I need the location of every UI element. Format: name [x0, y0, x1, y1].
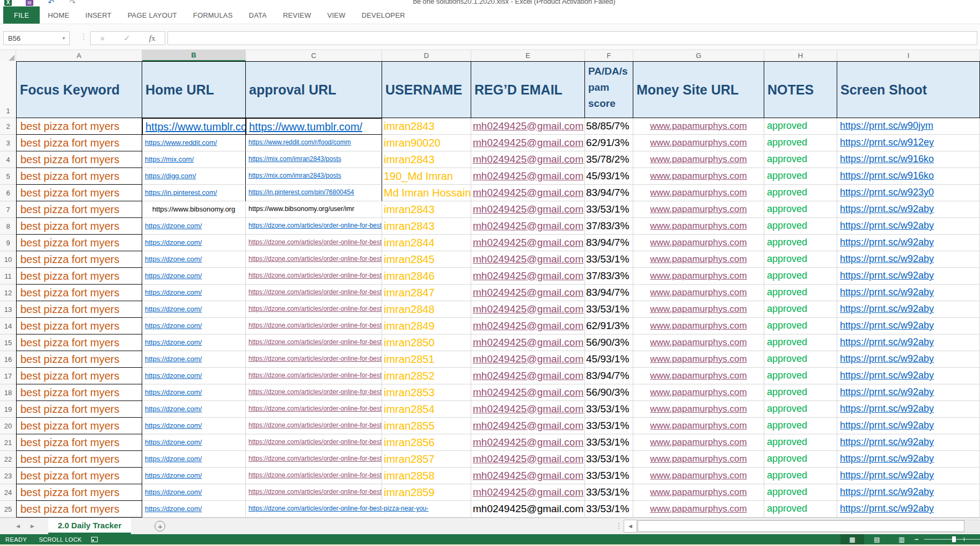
view-normal-button[interactable]: ▦ — [840, 534, 864, 544]
cell-A20[interactable]: best pizza fort myers — [16, 418, 142, 434]
cell-I18[interactable]: https://prnt.sc/w92aby — [837, 384, 980, 401]
cell-C15[interactable]: https://dzone.com/articles/order-online-… — [246, 334, 382, 351]
cell-F12[interactable]: 83/94/7% — [585, 285, 633, 301]
cell-F22[interactable]: 33/53/1% — [585, 451, 633, 468]
cell-A1[interactable]: Focus Keyword — [16, 61, 142, 118]
cancel-icon[interactable]: × — [100, 34, 105, 43]
cell-B10[interactable]: https://dzone.com/ — [142, 251, 246, 268]
cell-G17[interactable]: www.papamurphys.com — [633, 368, 764, 384]
cell-H12[interactable]: approved — [764, 285, 837, 301]
cell-F25[interactable]: 33/53/1% — [585, 501, 633, 518]
cell-D1[interactable]: USERNAME — [382, 61, 471, 118]
cell-I9[interactable]: https://prnt.sc/w92aby — [837, 235, 980, 251]
cell-F19[interactable]: 33/53/1% — [585, 401, 633, 418]
cell-D14[interactable]: imran2849 — [382, 318, 471, 334]
cell-I21[interactable]: https://prnt.sc/w92aby — [837, 434, 980, 451]
cell-F13[interactable]: 33/53/1% — [585, 301, 633, 318]
cell-D12[interactable]: imran2847 — [382, 285, 471, 301]
row-header-15[interactable]: 15 — [0, 334, 16, 351]
cell-H2[interactable]: approved — [764, 118, 837, 135]
cell-G18[interactable]: www.papamurphys.com — [633, 384, 764, 401]
cell-D6[interactable]: Md Imran Hossain — [382, 185, 471, 201]
cell-C19[interactable]: https://dzone.com/articles/order-online-… — [246, 401, 382, 418]
cell-D10[interactable]: imran2845 — [382, 251, 471, 268]
cell-B22[interactable]: https://dzone.com/ — [142, 451, 246, 468]
cell-D3[interactable]: imran90020 — [382, 135, 471, 151]
row-header-12[interactable]: 12 — [0, 285, 16, 301]
row-header-10[interactable]: 10 — [0, 251, 16, 268]
row-header-7[interactable]: 7 — [0, 201, 16, 218]
cell-E5[interactable]: mh0249425@gmail.com — [471, 168, 585, 185]
cell-D4[interactable]: imran2843 — [382, 151, 471, 168]
cell-I22[interactable]: https://prnt.sc/w92aby — [837, 451, 980, 468]
cell-C20[interactable]: https://dzone.com/articles/order-online-… — [246, 418, 382, 434]
formula-input[interactable] — [167, 31, 977, 45]
cell-H24[interactable]: approved — [764, 484, 837, 501]
cell-F18[interactable]: 56/90/3% — [585, 384, 633, 401]
cell-I14[interactable]: https://prnt.sc/w92aby — [837, 318, 980, 334]
cell-G7[interactable]: www.papamurphys.com — [633, 201, 764, 218]
cell-E15[interactable]: mh0249425@gmail.com — [471, 334, 585, 351]
sheet-tab-daily-tracker[interactable]: 2.0 Daily Tracker — [48, 518, 131, 534]
cell-F16[interactable]: 45/93/1% — [585, 351, 633, 368]
cell-D23[interactable]: imran2858 — [382, 468, 471, 484]
cell-D5[interactable]: 190_Md Imran — [382, 168, 471, 185]
cell-A25[interactable]: best pizza fort myers — [16, 501, 142, 518]
cell-H7[interactable]: approved — [764, 201, 837, 218]
ribbon-tab-developer[interactable]: DEVELOPER — [354, 6, 413, 24]
cell-C9[interactable]: https://dzone.com/articles/order-online-… — [246, 235, 382, 251]
cell-E12[interactable]: mh0249425@gmail.com — [471, 285, 585, 301]
ribbon-tab-home[interactable]: HOME — [40, 6, 77, 24]
row-header-19[interactable]: 19 — [0, 401, 16, 418]
zoom-slider-track[interactable] — [924, 539, 980, 540]
cell-H18[interactable]: approved — [764, 384, 837, 401]
cell-G13[interactable]: www.papamurphys.com — [633, 301, 764, 318]
cell-E19[interactable]: mh0249425@gmail.com — [471, 401, 585, 418]
cell-C8[interactable]: https://dzone.com/articles/order-online-… — [246, 218, 382, 235]
cell-C5[interactable]: https://mix.com/imran2843/posts — [246, 168, 382, 185]
cell-C12[interactable]: https://dzone.com/articles/order-online-… — [246, 285, 382, 301]
column-header-E[interactable]: E — [471, 50, 585, 61]
row-header-11[interactable]: 11 — [0, 268, 16, 285]
cell-C11[interactable]: https://dzone.com/articles/order-online-… — [246, 268, 382, 285]
zoom-out-button[interactable]: − — [915, 534, 919, 544]
cell-A19[interactable]: best pizza fort myers — [16, 401, 142, 418]
row-header-9[interactable]: 9 — [0, 235, 16, 251]
hscroll-left-button[interactable]: ◀ — [624, 520, 637, 533]
cell-C24[interactable]: https://dzone.com/articles/order-online-… — [246, 484, 382, 501]
enter-icon[interactable]: ✓ — [123, 33, 130, 43]
sheet-prev-button[interactable]: ◀ — [16, 523, 20, 529]
cell-F24[interactable]: 33/53/1% — [585, 484, 633, 501]
cell-H11[interactable]: approved — [764, 268, 837, 285]
cell-I23[interactable]: https://prnt.sc/w92aby — [837, 468, 980, 484]
hscroll-thumb[interactable] — [638, 520, 964, 532]
cell-B14[interactable]: https://dzone.com/ — [142, 318, 246, 334]
cell-B8[interactable]: https://dzone.com/ — [142, 218, 246, 235]
cell-D21[interactable]: imran2856 — [382, 434, 471, 451]
cell-F23[interactable]: 33/53/1% — [585, 468, 633, 484]
cell-D9[interactable]: imran2844 — [382, 235, 471, 251]
cell-G19[interactable]: www.papamurphys.com — [633, 401, 764, 418]
cell-I11[interactable]: https://prnt.sc/w92aby — [837, 268, 980, 285]
cell-C23[interactable]: https://dzone.com/articles/order-online-… — [246, 468, 382, 484]
cell-E1[interactable]: REG’D EMAIL — [471, 61, 585, 118]
ribbon-tab-page-layout[interactable]: PAGE LAYOUT — [120, 6, 185, 24]
cell-A21[interactable]: best pizza fort myers — [16, 434, 142, 451]
cell-I20[interactable]: https://prnt.sc/w92aby — [837, 418, 980, 434]
cell-I25[interactable]: https://prnt.sc/w92aby — [837, 501, 980, 518]
cell-G4[interactable]: www.papamurphys.com — [633, 151, 764, 168]
cell-H3[interactable]: approved — [764, 135, 837, 151]
cell-A14[interactable]: best pizza fort myers — [16, 318, 142, 334]
cell-D7[interactable]: imran2843 — [382, 201, 471, 218]
cell-E4[interactable]: mh0249425@gmail.com — [471, 151, 585, 168]
cell-A17[interactable]: best pizza fort myers — [16, 368, 142, 384]
cell-C2[interactable]: https://www.tumblr.com/ — [246, 118, 382, 135]
cell-I15[interactable]: https://prnt.sc/w92aby — [837, 334, 980, 351]
cell-C13[interactable]: https://dzone.com/articles/order-online-… — [246, 301, 382, 318]
cell-E9[interactable]: mh0249425@gmail.com — [471, 235, 585, 251]
cell-B15[interactable]: https://dzone.com/ — [142, 334, 246, 351]
cell-A24[interactable]: best pizza fort myers — [16, 484, 142, 501]
cell-G14[interactable]: www.papamurphys.com — [633, 318, 764, 334]
cell-F11[interactable]: 37/83/3% — [585, 268, 633, 285]
cell-I3[interactable]: https://prnt.sc/w912ey — [837, 135, 980, 151]
